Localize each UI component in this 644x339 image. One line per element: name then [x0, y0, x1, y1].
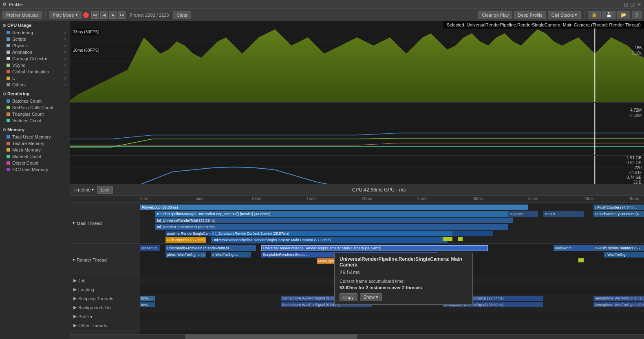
flush-render-bar[interactable]: r.FlushRenderCounters (5.2... — [593, 245, 644, 251]
inl-rendercamerastack-bar[interactable]: Inl_RenderCameraStack (33.81ms) — [155, 224, 508, 230]
timeline-dropdown[interactable]: Timeline ▾ — [73, 187, 94, 193]
tooltip-subtitle: Current frame accumulated time: — [340, 279, 468, 284]
sidebar-section-rendering[interactable]: ⊙ Rendering — [0, 90, 70, 98]
sidebar-item-others[interactable]: Others ≡ — [0, 81, 70, 88]
thread-label-bg-job[interactable]: ▶ Background Job — [70, 303, 140, 312]
sidebar-item-triangles[interactable]: Triangles Count — [0, 111, 70, 117]
texture-label: Texture Memory — [12, 141, 44, 146]
sidebar-item-vsync[interactable]: VSync ≡ — [0, 62, 70, 68]
commands-bar[interactable]: CommandsFromMainTh:andsFromMa... — [165, 245, 256, 251]
sidebar-item-setpass[interactable]: SetPass Calls Count — [0, 104, 70, 111]
scrollbar-thumb[interactable] — [185, 335, 357, 339]
save-btn[interactable]: 💾 — [602, 11, 615, 19]
lock-btn[interactable]: 🔒 — [588, 11, 601, 19]
tooltip-time: 26.54ms — [340, 269, 468, 275]
wait-signal-bar[interactable]: phore.WaitForSignal (4... — [165, 252, 206, 258]
next-frame-end-btn[interactable]: ⏭ — [118, 11, 126, 19]
title-bar: ⚙ Profiler ⊟ ⊡ ✕ — [0, 0, 644, 9]
thread-label-job[interactable]: ▶ Job — [70, 276, 140, 285]
sidebar-item-object[interactable]: Object Count — [0, 160, 70, 166]
timeline-scrollbar[interactable] — [70, 334, 644, 339]
flush-counters-bar[interactable]: r.FlushCounters (4.84m... — [593, 205, 644, 210]
tooltip-show-btn[interactable]: Show ▾ — [360, 293, 382, 301]
thread-label-main[interactable]: ▾ Main Thread — [70, 203, 140, 244]
thread-label-loading[interactable]: ▶ Loading — [70, 285, 140, 294]
live-btn[interactable]: Live — [97, 186, 113, 194]
play-mode-btn[interactable]: Play Mode ▾ — [49, 11, 82, 19]
render-val-4m: 4.72M — [630, 108, 642, 112]
prev-frame-start-btn[interactable]: ⏮ — [91, 11, 99, 19]
memory-chart-svg — [70, 156, 644, 184]
wait-signal-bar2[interactable]: e.WaitForSigna... — [211, 252, 251, 258]
sidebar-item-gc-used[interactable]: GC Used Memory — [0, 166, 70, 173]
thread-label-scripting[interactable]: ▶ Scripting Threads — [70, 294, 140, 303]
sidebar-item-material[interactable]: Material Count — [0, 153, 70, 160]
main-thread-label: Main Thread — [77, 221, 102, 226]
others-color — [7, 83, 10, 86]
window-controls: ⊟ ⊡ ✕ — [624, 1, 642, 8]
bg-job-expand-icon: ▶ — [73, 305, 77, 310]
gc-label: GarbageCollector — [12, 56, 47, 61]
material-color — [7, 155, 10, 158]
next-frame-btn[interactable]: ▶ — [109, 11, 117, 19]
sidebar-item-animation[interactable]: Animation ≡ — [0, 49, 70, 55]
inl-universal-bar[interactable]: Inl_UniversalRenderTotal (33.82ms) — [155, 218, 513, 223]
tooltip-copy-btn[interactable]: Copy — [340, 293, 357, 301]
others-menu: ≡ — [64, 83, 66, 87]
ui-color — [7, 77, 10, 80]
playerloop-bar[interactable]: PlayerLoop (35.33ms) — [140, 205, 528, 210]
sidebar-item-batches[interactable]: Batches Count — [0, 98, 70, 104]
wait-for-sig-bar[interactable]: r.WaitForSig... — [604, 252, 644, 258]
render-pipeline-bar[interactable]: RenderPipelineManager.DoRenderLoop_Inter… — [155, 211, 518, 217]
sidebar-item-texture[interactable]: Texture Memory — [0, 140, 70, 147]
scripts-label: Scripts — [12, 37, 26, 42]
physics-color — [7, 44, 10, 47]
load-btn[interactable]: 📂 — [617, 11, 630, 19]
sidebar-item-scripts[interactable]: Scripts ≡ — [0, 36, 70, 42]
toolbar: Profiler Modules Play Mode ▾ ⏮ ◀ ▶ ⏭ Fra… — [0, 9, 644, 21]
sidebar-item-rendering[interactable]: Rendering ≡ — [0, 29, 70, 36]
scripts-menu: ≡ — [64, 37, 66, 42]
play-mode-label: Play Mode — [53, 13, 74, 18]
memory-section-label: Memory — [7, 127, 24, 132]
memory-chart: 1.91 GB 0.52 GB 220 84.91k 0.74 GB 32 B … — [70, 156, 644, 184]
fullscriptable-bar[interactable]: FullScriptable (3.73ms) — [165, 237, 206, 243]
memory-section-icon: ⊙ — [2, 128, 6, 132]
urp-render-single-camera-bar[interactable]: UniversalRenderPipeline.RenderSingleCame… — [211, 237, 448, 243]
sidebar-item-physics[interactable]: Physics ≡ — [0, 42, 70, 49]
help-btn[interactable]: ? — [632, 11, 642, 19]
loading-label: Loading — [78, 287, 94, 292]
profiler-modules-btn[interactable]: Profiler Modules — [2, 11, 42, 19]
thread-label-render[interactable]: ▾ Render Thread — [70, 244, 140, 276]
sidebar-section-cpu[interactable]: ⊙ CPU Usage — [0, 21, 70, 29]
sidebar-item-mesh[interactable]: Mesh Memory — [0, 147, 70, 153]
andsfrom-bar[interactable]: andsFrom... — [554, 245, 594, 251]
rendering-label: Rendering — [12, 30, 33, 35]
deep-profile-btn[interactable]: Deep Profile — [514, 11, 546, 19]
physics-menu: ≡ — [64, 44, 66, 48]
sidebar-item-ui[interactable]: UI ≡ — [0, 75, 70, 81]
clear-on-play-btn[interactable]: Clear on Play — [478, 11, 512, 19]
loading-expand-icon: ▶ — [73, 287, 77, 292]
texture-color — [7, 142, 10, 145]
sidebar-item-gi[interactable]: Global Illumination ≡ — [0, 68, 70, 75]
sidebar-item-vertices[interactable]: Vertices Count — [0, 117, 70, 124]
triangles-label: Triangles Count — [12, 112, 44, 117]
flush-memory-counters-bar[interactable]: r.FlushMemoryCounters (4.... — [593, 211, 644, 217]
batches-color — [7, 99, 10, 103]
render-yellow-4 — [578, 258, 583, 262]
sidebar-item-gc[interactable]: GarbageCollector ≡ — [0, 55, 70, 62]
thread-label-other[interactable]: ▶ Other Threads — [70, 321, 140, 330]
prev-frame-btn[interactable]: ◀ — [100, 11, 108, 19]
sidebar-item-total-used[interactable]: Total Used Memory — [0, 134, 70, 140]
submit-bar[interactable]: Inl_ScriptableRenderContext.Submit (28.5… — [211, 231, 452, 236]
chevron-down-icon: ▾ — [75, 12, 78, 18]
call-stacks-btn[interactable]: Call Stacks ▾ — [548, 11, 581, 19]
urp-render-highlight-bar[interactable]: UniversalRenderPipeline.RenderSingleCame… — [261, 245, 488, 251]
thread-label-profiler[interactable]: ▶ Profiler — [70, 312, 140, 321]
cpu-gpu-info: CPU:42.66ms GPU:--ms — [116, 187, 642, 193]
ruler-40ms: 40ms — [584, 196, 593, 201]
sidebar-section-memory[interactable]: ⊙ Memory — [0, 125, 70, 134]
tooltip: UniversalRenderPipeline.RenderSingleCame… — [334, 253, 473, 305]
clear-btn[interactable]: Clear — [173, 11, 191, 19]
